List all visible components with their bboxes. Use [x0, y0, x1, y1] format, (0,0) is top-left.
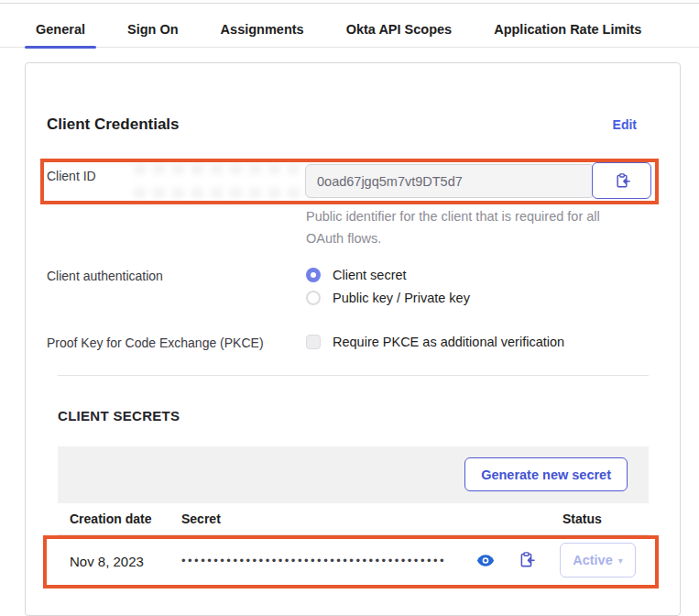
status-dropdown[interactable]: Active ▾ — [560, 543, 636, 578]
client-credentials-title: Client Credentials — [47, 116, 180, 134]
clipboard-copy-icon — [518, 551, 536, 568]
tab-assignments[interactable]: Assignments — [210, 11, 315, 48]
table-row: Nov 8, 2023 ••••••••••••••••••••••••••••… — [58, 535, 649, 588]
radio-unselected-icon[interactable] — [306, 291, 321, 305]
page-top-divider — [0, 3, 699, 4]
client-id-label: Client ID — [47, 169, 96, 183]
clipboard-copy-icon — [614, 172, 630, 189]
reveal-secret-button[interactable] — [476, 552, 497, 568]
masked-secret-value: ••••••••••••••••••••••••••••••••••••••••… — [181, 554, 446, 567]
client-authentication-label: Client authentication — [47, 269, 163, 283]
radio-public-private-key[interactable]: Public key / Private key — [306, 291, 470, 305]
secret-creation-date: Nov 8, 2023 — [70, 554, 144, 569]
tab-okta-api-scopes[interactable]: Okta API Scopes — [335, 11, 464, 48]
pkce-option-label: Require PKCE as additional verification — [333, 335, 564, 349]
edit-link[interactable]: Edit — [613, 117, 637, 132]
tab-general[interactable]: General — [25, 11, 96, 48]
radio-client-secret-label: Client secret — [333, 268, 407, 282]
redaction-smudge — [134, 188, 317, 198]
client-secrets-title: CLIENT SECRETS — [58, 408, 180, 424]
column-header-status: Status — [562, 512, 602, 526]
pkce-label: Proof Key for Code Exchange (PKCE) — [47, 336, 264, 350]
radio-client-secret[interactable]: Client secret — [306, 268, 407, 282]
secrets-table-header: Creation date Secret Status — [58, 503, 649, 535]
copy-secret-button[interactable] — [518, 549, 536, 569]
tab-application-rate-limits[interactable]: Application Rate Limits — [483, 11, 652, 48]
redaction-smudge — [134, 164, 299, 174]
checkbox-unchecked-icon[interactable] — [306, 335, 321, 349]
chevron-down-icon: ▾ — [618, 556, 623, 566]
client-id-input[interactable] — [305, 164, 595, 198]
section-divider — [58, 375, 649, 376]
status-label: Active — [573, 553, 613, 567]
column-header-creation-date: Creation date — [70, 512, 151, 526]
client-secrets-toolbar: Generate new secret — [58, 446, 649, 503]
radio-selected-icon[interactable] — [306, 268, 321, 282]
column-header-secret: Secret — [181, 512, 221, 526]
client-id-help-text: Public identifier for the client that is… — [306, 205, 614, 249]
generate-new-secret-button[interactable]: Generate new secret — [464, 457, 628, 491]
copy-client-id-button[interactable] — [592, 162, 651, 199]
tab-sign-on[interactable]: Sign On — [116, 11, 190, 48]
general-settings-card: Client Credentials Edit Client ID Public… — [25, 62, 681, 616]
radio-public-private-key-label: Public key / Private key — [333, 291, 470, 305]
eye-icon — [476, 554, 497, 567]
pkce-checkbox-row[interactable]: Require PKCE as additional verification — [306, 335, 564, 349]
app-tab-bar: General Sign On Assignments Okta API Sco… — [0, 11, 699, 48]
